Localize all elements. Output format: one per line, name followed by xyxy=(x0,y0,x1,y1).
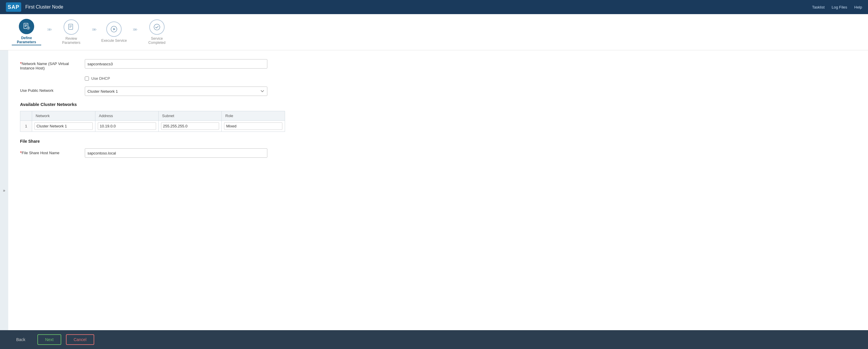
define-icon xyxy=(23,23,30,30)
col-subnet: Subnet xyxy=(158,111,222,121)
execute-icon xyxy=(111,26,118,33)
file-share-title: File Share xyxy=(20,139,285,144)
step-label-define: Define Parameters xyxy=(12,36,41,45)
back-button[interactable]: Back xyxy=(9,334,33,345)
cluster-networks-title: Available Cluster Networks xyxy=(20,102,285,107)
row-subnet-1[interactable] xyxy=(158,121,222,132)
wizard-bar: Define Parameters »» Review Parameters »… xyxy=(0,14,868,50)
network-name-row: *Network Name (SAP Virtual Instance Host… xyxy=(20,59,285,70)
svg-rect-7 xyxy=(69,24,73,29)
col-address: Address xyxy=(95,111,158,121)
use-dhcp-row: Use DHCP xyxy=(85,76,285,81)
step-label-review: Review Parameters xyxy=(57,36,86,45)
wizard-step-review[interactable]: Review Parameters xyxy=(57,20,86,45)
table-row: 1 xyxy=(20,121,285,132)
step-circle-review xyxy=(64,20,79,35)
row-network-1[interactable] xyxy=(32,121,95,132)
wizard-arrow-1: »» xyxy=(47,26,51,32)
svg-marker-12 xyxy=(113,28,116,30)
address-input-1[interactable] xyxy=(98,122,156,130)
wizard-step-define[interactable]: Define Parameters xyxy=(12,19,41,45)
app-title: First Cluster Node xyxy=(25,4,812,10)
svg-point-13 xyxy=(154,24,160,30)
next-button[interactable]: Next xyxy=(37,334,61,345)
file-share-host-row: *File Share Host Name xyxy=(20,148,285,158)
row-address-1[interactable] xyxy=(95,121,158,132)
network-name-label: *Network Name (SAP Virtual Instance Host… xyxy=(20,59,79,70)
step-circle-execute xyxy=(106,22,122,37)
wizard-arrow-3: »» xyxy=(133,26,136,32)
wizard-step-completed[interactable]: Service Completed xyxy=(142,20,172,45)
use-public-network-label: Use Public Network xyxy=(20,87,79,93)
form-section: *Network Name (SAP Virtual Instance Host… xyxy=(20,59,285,158)
use-dhcp-checkbox[interactable] xyxy=(85,76,89,81)
footer: Back Next Cancel xyxy=(0,330,868,349)
file-share-host-label: *File Share Host Name xyxy=(20,148,79,155)
col-num xyxy=(20,111,32,121)
use-public-network-select[interactable]: Cluster Network 1 Cluster Network 2 xyxy=(85,87,267,96)
cancel-button[interactable]: Cancel xyxy=(66,334,94,345)
step-circle-define xyxy=(19,19,34,34)
use-dhcp-label[interactable]: Use DHCP xyxy=(91,76,110,81)
role-input-1[interactable] xyxy=(224,122,282,130)
app-header: SAP First Cluster Node Tasklist Log File… xyxy=(0,0,868,14)
row-num-1: 1 xyxy=(20,121,32,132)
file-share-host-input[interactable] xyxy=(85,148,267,158)
wizard-step-execute[interactable]: Execute Service xyxy=(101,22,127,43)
main-content: *Network Name (SAP Virtual Instance Host… xyxy=(8,50,868,330)
header-nav: Tasklist Log Files Help xyxy=(812,5,862,9)
review-icon xyxy=(68,24,75,31)
table-header-row: Network Address Subnet Role xyxy=(20,111,285,121)
network-name-input[interactable] xyxy=(85,59,267,69)
wizard-arrow-2: »» xyxy=(92,26,95,32)
col-role: Role xyxy=(222,111,285,121)
completed-icon xyxy=(153,24,160,31)
use-public-network-row: Use Public Network Cluster Network 1 Clu… xyxy=(20,87,285,96)
help-link[interactable]: Help xyxy=(854,5,862,9)
step-label-execute: Execute Service xyxy=(101,38,127,43)
row-role-1[interactable] xyxy=(222,121,285,132)
sap-logo: SAP xyxy=(6,2,21,12)
step-circle-completed xyxy=(149,20,164,35)
subnet-input-1[interactable] xyxy=(161,122,219,130)
network-input-1[interactable] xyxy=(34,122,93,130)
cluster-networks-table: Network Address Subnet Role 1 xyxy=(20,111,285,132)
log-files-link[interactable]: Log Files xyxy=(832,5,847,9)
sap-logo-text: SAP xyxy=(8,4,20,10)
sidebar-toggle[interactable]: » xyxy=(0,50,8,330)
tasklist-link[interactable]: Tasklist xyxy=(812,5,825,9)
col-network: Network xyxy=(32,111,95,121)
sidebar-toggle-icon: » xyxy=(3,188,5,193)
step-label-completed: Service Completed xyxy=(142,36,172,45)
